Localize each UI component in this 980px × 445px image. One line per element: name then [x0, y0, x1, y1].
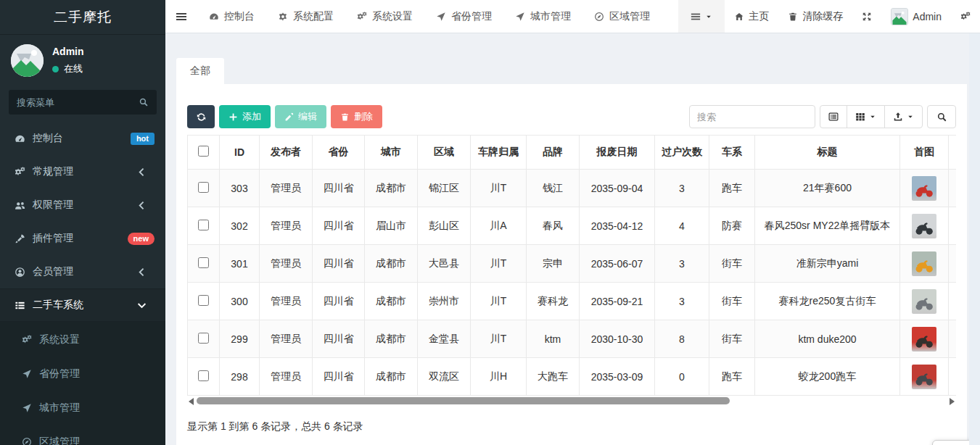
- columns-button[interactable]: [847, 105, 885, 128]
- search-icon[interactable]: [139, 97, 149, 107]
- cell-title: 准新宗申yami: [755, 245, 900, 283]
- topnav-item-district[interactable]: 区域管理: [582, 0, 662, 33]
- edit-button[interactable]: 编辑: [275, 105, 326, 128]
- search-button[interactable]: [927, 105, 956, 128]
- hamburger-icon: [176, 11, 187, 22]
- motorcycle-icon: [913, 253, 935, 275]
- sidebar-subitem-province[interactable]: 省份管理: [0, 357, 165, 391]
- topnav-item-label: 城市管理: [530, 10, 571, 23]
- refresh-icon: [197, 112, 206, 122]
- topnav-item-province[interactable]: 省份管理: [424, 0, 503, 33]
- row-checkbox[interactable]: [198, 295, 209, 306]
- horizontal-scrollbar[interactable]: [187, 396, 956, 406]
- tab-all[interactable]: 全部: [176, 58, 224, 84]
- cell-district: 双流区: [418, 358, 471, 396]
- clear-cache-button[interactable]: 清除缓存: [778, 0, 852, 33]
- row-checkbox[interactable]: [198, 220, 209, 230]
- nav-menu-dropdown[interactable]: [678, 0, 725, 33]
- cell-select: [188, 358, 220, 396]
- row-checkbox[interactable]: [198, 257, 209, 268]
- online-dot: [52, 66, 59, 72]
- table-search-input[interactable]: [689, 105, 815, 128]
- rocket-icon: [11, 233, 28, 244]
- sidebar: 二手摩托 Admin 在线 控制台hot常规管理权限管理插件管理new会员管理二…: [0, 0, 165, 445]
- topnav-item-system-settings[interactable]: 系统设置: [345, 0, 424, 33]
- scroll-right-arrow[interactable]: [950, 398, 955, 405]
- compass-icon: [594, 12, 604, 22]
- cell-district: 崇州市: [418, 283, 471, 320]
- vehicle-thumbnail[interactable]: [912, 214, 936, 238]
- sidebar-item-members[interactable]: 会员管理: [0, 255, 165, 288]
- topnav-item-city[interactable]: 城市管理: [503, 0, 582, 33]
- scrollbar-thumb[interactable]: [197, 397, 730, 404]
- chevron-left-icon: [133, 267, 150, 278]
- select-all-checkbox[interactable]: [198, 146, 209, 157]
- avatar: [891, 8, 908, 25]
- vehicle-thumbnail[interactable]: [912, 176, 936, 201]
- sidebar-item-permissions[interactable]: 权限管理: [0, 188, 165, 222]
- cell-series: 街车: [709, 245, 755, 283]
- sidebar-item-console[interactable]: 控制台hot: [0, 122, 165, 155]
- topnav-item-system-config[interactable]: 系统配置: [266, 0, 345, 33]
- cell-series: 街车: [709, 320, 755, 358]
- cell-plate: 川T: [471, 245, 527, 283]
- row-checkbox[interactable]: [198, 182, 209, 193]
- sidebar-toggle[interactable]: [165, 0, 197, 33]
- sidebar-subitem-district[interactable]: 区域管理: [0, 425, 165, 445]
- user-menu-label: Admin: [913, 11, 942, 22]
- page-scrollbar-track[interactable]: [969, 33, 980, 445]
- caret-down-icon: [705, 13, 712, 20]
- fullscreen-button[interactable]: [852, 0, 881, 33]
- delete-button-label: 删除: [354, 110, 373, 123]
- refresh-button[interactable]: [187, 105, 215, 128]
- user-menu[interactable]: Admin: [881, 0, 951, 33]
- cell-id: 299: [220, 320, 260, 358]
- cell-clipped: [949, 358, 957, 396]
- user-panel: Admin 在线: [0, 35, 165, 86]
- cell-title: 蛟龙200跑车: [755, 358, 900, 396]
- vehicle-thumbnail[interactable]: [912, 289, 936, 314]
- vehicle-thumbnail[interactable]: [912, 251, 936, 276]
- trash-icon: [340, 112, 350, 122]
- detail-view-button[interactable]: [820, 105, 847, 128]
- topnav-item-label: 系统设置: [372, 10, 413, 23]
- cell-title: ktm duke200: [755, 320, 900, 358]
- sidebar-item-usedcar-system[interactable]: 二手车系统: [0, 288, 165, 322]
- sidebar-item-plugins[interactable]: 插件管理new: [0, 222, 165, 255]
- cell-city: 成都市: [365, 358, 418, 396]
- row-checkbox[interactable]: [198, 333, 209, 344]
- sidebar-item-label: 控制台: [33, 132, 131, 145]
- vehicle-thumbnail[interactable]: [912, 327, 936, 352]
- row-checkbox[interactable]: [198, 370, 209, 381]
- cell-clipped: [949, 207, 957, 245]
- column-header: 标题: [755, 136, 900, 170]
- settings-button[interactable]: [951, 0, 980, 33]
- export-button[interactable]: [884, 105, 923, 128]
- cell-province: 四川省: [313, 358, 365, 396]
- vehicle-thumbnail[interactable]: [912, 365, 936, 389]
- search-icon: [936, 112, 947, 122]
- cell-scrap_date: 2035-03-09: [580, 358, 655, 396]
- cell-plate: 川A: [471, 207, 527, 245]
- column-header: 品牌: [527, 136, 580, 170]
- sidebar-menu: 控制台hot常规管理权限管理插件管理new会员管理二手车系统: [0, 122, 165, 322]
- cell-brand: 大跑车: [527, 358, 580, 396]
- scroll-left-arrow[interactable]: [189, 398, 194, 405]
- cell-province: 四川省: [313, 207, 365, 245]
- sidebar-subitem-city[interactable]: 城市管理: [0, 391, 165, 425]
- cell-thumbnail: [900, 320, 949, 358]
- add-button[interactable]: 添加: [219, 105, 271, 128]
- hamburger-icon: [691, 12, 701, 22]
- sidebar-search-input[interactable]: [17, 97, 139, 108]
- edit-button-label: 编辑: [298, 110, 317, 123]
- gears-icon: [960, 12, 971, 22]
- chevron-left-icon: [133, 200, 150, 211]
- sidebar-item-general[interactable]: 常规管理: [0, 155, 165, 188]
- delete-button[interactable]: 删除: [331, 105, 382, 128]
- home-button[interactable]: 主页: [725, 0, 778, 33]
- user-status: 在线: [52, 62, 84, 75]
- clear-cache-label: 清除缓存: [802, 10, 843, 23]
- sidebar-subitem-system-settings[interactable]: 系统设置: [0, 323, 165, 357]
- topnav-item-console[interactable]: 控制台: [197, 0, 266, 33]
- sidebar-search: [9, 90, 157, 115]
